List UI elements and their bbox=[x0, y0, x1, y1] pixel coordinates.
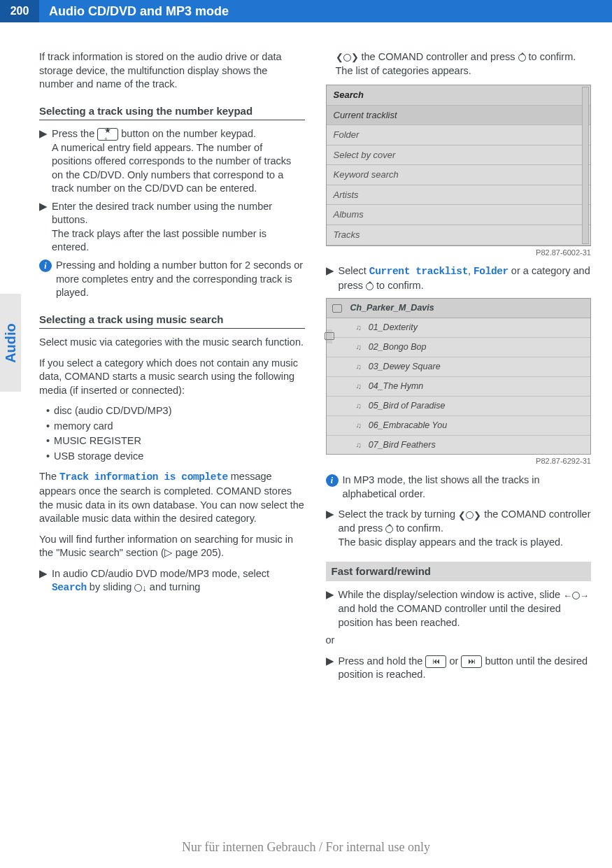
media-bullet-list: •disc (audio CD/DVD/MP3) •memory card •M… bbox=[46, 404, 305, 463]
paragraph: If you select a category which does not … bbox=[39, 357, 305, 398]
subhead-number-keypad: Selecting a track using the number keypa… bbox=[39, 104, 305, 120]
controller-slide-icon bbox=[572, 592, 580, 599]
step-ff-slide: ▶ While the display/selection window is … bbox=[326, 588, 592, 629]
info-note-mp3-order: i In MP3 mode, the list shows all the tr… bbox=[326, 474, 592, 501]
list-item: •disc (audio CD/DVD/MP3) bbox=[46, 404, 305, 418]
step-marker-icon: ▶ bbox=[326, 508, 334, 549]
note-icon: ♫ bbox=[356, 342, 362, 353]
tracklist-header: Ch_Parker_M_Davis bbox=[327, 299, 591, 318]
screenshot-row: Keyword search bbox=[327, 165, 591, 185]
note-icon: ♫ bbox=[356, 420, 362, 431]
step-text: the COMAND controller and press bbox=[362, 51, 518, 62]
track-row: ♫01_Dexterity bbox=[327, 318, 591, 338]
content-area: If track information is stored on the au… bbox=[0, 50, 612, 686]
list-item: •USB storage device bbox=[46, 450, 305, 464]
screenshot-row: Artists bbox=[327, 185, 591, 206]
star-key-icon: ★+ bbox=[97, 128, 118, 141]
image-caption: P82.87-6002-31 bbox=[326, 248, 592, 258]
code-text: Search bbox=[52, 582, 87, 593]
info-text: Pressing and holding a number button for… bbox=[56, 259, 305, 300]
list-item: •memory card bbox=[46, 420, 305, 434]
back-icon bbox=[332, 304, 342, 313]
step-marker-icon: ▶ bbox=[39, 127, 48, 196]
screenshot-row: Albums bbox=[327, 205, 591, 225]
controller-turn-icon bbox=[343, 54, 351, 62]
turn-right-icon: ❯ bbox=[351, 51, 359, 64]
code-text: Current tracklist bbox=[369, 266, 468, 277]
category-list-screenshot: Search Current tracklist Folder Select b… bbox=[326, 85, 592, 246]
step-ff-buttons: ▶ Press and hold the ⏮ or ⏭ button until… bbox=[326, 655, 592, 682]
step-text: to confirm. bbox=[526, 51, 576, 62]
left-column: If track information is stored on the au… bbox=[39, 50, 305, 686]
turn-left-icon: ❮ bbox=[336, 51, 343, 64]
track-row: ♫05_Bird of Paradise bbox=[327, 397, 591, 416]
track-row: ♫02_Bongo Bop bbox=[327, 338, 591, 357]
folder-icon bbox=[325, 332, 334, 340]
step-text: button on the number keypad. bbox=[118, 128, 256, 139]
note-icon: ♫ bbox=[356, 322, 362, 333]
info-icon: i bbox=[326, 474, 339, 487]
note-icon: ♫ bbox=[356, 401, 362, 411]
next-track-key-icon: ⏭ bbox=[461, 655, 482, 668]
step-detail: The basic display appears and the track … bbox=[339, 536, 592, 550]
info-icon: i bbox=[39, 259, 52, 272]
tracklist-screenshot: Ch_Parker_M_Davis ♫01_Dexterity ♫02_Bong… bbox=[326, 298, 592, 455]
page-number: 200 bbox=[0, 0, 39, 22]
track-row: ♫06_Embracable You bbox=[327, 416, 591, 436]
controller-press-icon bbox=[385, 525, 393, 533]
step-marker-icon: ▶ bbox=[39, 567, 48, 595]
track-row: ♫07_Bird Feathers bbox=[327, 436, 591, 455]
info-text: In MP3 mode, the list shows all the trac… bbox=[343, 474, 592, 501]
step-text: Press the bbox=[52, 128, 97, 139]
note-icon: ♫ bbox=[356, 381, 362, 392]
paragraph: The Track information is complete messag… bbox=[39, 470, 305, 525]
step-press-star: ▶ Press the ★+ button on the number keyp… bbox=[39, 127, 305, 196]
step-select-track: ▶ Select the track by turning ❮❯ the COM… bbox=[326, 508, 592, 549]
screenshot-row: Current tracklist bbox=[327, 106, 591, 126]
right-column: ❮❯ the COMAND controller and press to co… bbox=[326, 50, 592, 686]
code-text: Track information is complete bbox=[59, 471, 228, 483]
controller-press-icon bbox=[518, 54, 526, 62]
step-select-search: ▶ In audio CD/audio DVD mode/MP3 mode, s… bbox=[39, 567, 305, 595]
intro-paragraph: If track information is stored on the au… bbox=[39, 50, 305, 92]
info-note-hold-button: i Pressing and holding a number button f… bbox=[39, 259, 305, 300]
side-tab: Audio bbox=[0, 294, 21, 392]
page-header: 200 Audio CD/DVD and MP3 mode bbox=[0, 0, 612, 22]
step-enter-track: ▶ Enter the desired track number using t… bbox=[39, 200, 305, 255]
step-detail: The list of categories appears. bbox=[336, 64, 592, 78]
section-head-ff-rewind: Fast forward/rewind bbox=[326, 562, 592, 581]
step-text: Enter the desired track number using the… bbox=[52, 201, 272, 226]
prev-track-key-icon: ⏮ bbox=[425, 655, 446, 668]
paragraph: Select music via categories with the mus… bbox=[39, 336, 305, 350]
step-marker-icon: ▶ bbox=[326, 588, 334, 629]
list-item: •MUSIC REGISTER bbox=[46, 434, 305, 448]
side-tab-label: Audio bbox=[1, 323, 20, 363]
screenshot-row: Folder bbox=[327, 125, 591, 145]
scrollbar bbox=[582, 87, 589, 243]
step-marker-icon: ▶ bbox=[326, 655, 334, 682]
paragraph: You will find further information on sea… bbox=[39, 533, 305, 560]
note-icon: ♫ bbox=[356, 440, 362, 450]
image-caption: P82.87-6292-31 bbox=[326, 456, 592, 467]
controller-press-icon bbox=[366, 283, 373, 290]
controller-turn-icon bbox=[466, 511, 474, 519]
screenshot-row: Tracks bbox=[327, 225, 591, 246]
step-marker-icon: ▶ bbox=[39, 200, 48, 255]
footer-watermark: Nur für internen Gebrauch / For internal… bbox=[0, 839, 612, 855]
code-text: Folder bbox=[474, 266, 508, 277]
step-select-category: ▶ Select Current tracklist, Folder or a … bbox=[326, 264, 592, 292]
step-detail: A numerical entry field appears. The num… bbox=[52, 141, 305, 196]
controller-slide-down-icon bbox=[134, 584, 142, 592]
note-icon: ♫ bbox=[356, 362, 362, 372]
step-detail: The track plays after the last possible … bbox=[52, 227, 305, 255]
subhead-music-search: Selecting a track using music search bbox=[39, 313, 305, 329]
screenshot-row: Select by cover bbox=[327, 145, 591, 166]
screenshot-row: Search bbox=[327, 85, 591, 106]
track-row: ♫04_The Hymn bbox=[327, 377, 591, 397]
or-text: or bbox=[326, 634, 592, 648]
page-title: Audio CD/DVD and MP3 mode bbox=[39, 0, 612, 22]
step-marker-icon: ▶ bbox=[326, 264, 334, 292]
track-row: ♫03_Dewey Square bbox=[327, 357, 591, 377]
